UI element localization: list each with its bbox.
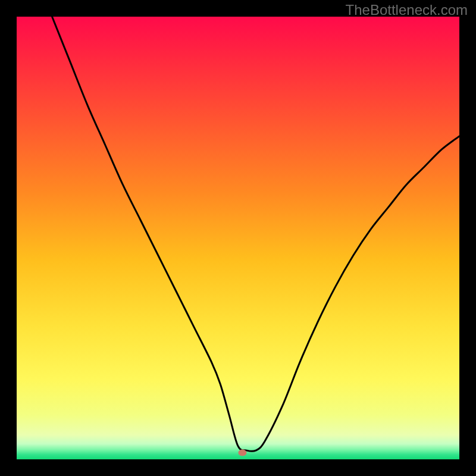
chart-svg	[17, 17, 459, 459]
plot-area	[17, 17, 459, 459]
optimal-marker	[238, 449, 246, 456]
chart-frame: TheBottleneck.com	[0, 0, 476, 476]
gradient-background	[17, 17, 459, 459]
watermark-text: TheBottleneck.com	[346, 2, 468, 18]
